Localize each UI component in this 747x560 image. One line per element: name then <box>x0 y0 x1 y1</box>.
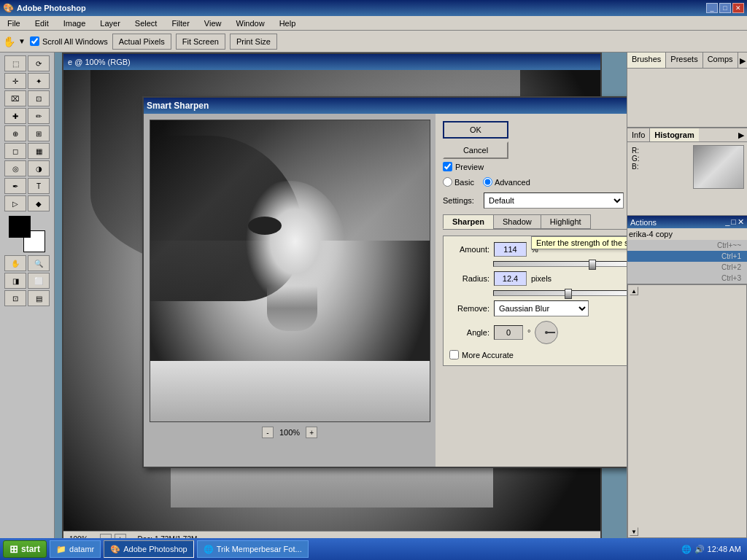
basic-radio[interactable] <box>443 177 452 187</box>
extra-tool-2[interactable]: ▤ <box>28 290 50 306</box>
advanced-radio-option[interactable]: Advanced <box>483 177 530 187</box>
brushes-tab[interactable]: Brushes <box>627 52 666 68</box>
info-histogram-panel: Info Histogram ▶ R:G:B: <box>627 128 747 216</box>
screen-mode-tool[interactable]: ⬜ <box>28 273 50 289</box>
lasso-tool[interactable]: ⟳ <box>28 55 50 71</box>
actual-pixels-button[interactable]: Actual Pixels <box>112 34 171 50</box>
menu-window[interactable]: Window <box>232 18 269 29</box>
radius-input[interactable] <box>494 271 527 286</box>
settings-label: Settings: <box>443 196 479 205</box>
action-item-1[interactable]: Ctrl+1 <box>627 251 747 262</box>
menu-bar: File Edit Image Layer Select Filter View… <box>0 16 747 31</box>
eraser-tool[interactable]: ◻ <box>4 143 26 159</box>
dialog-preview-panel: - 100% + <box>144 114 436 467</box>
highlight-tab[interactable]: Highlight <box>541 214 591 229</box>
marquee-tool[interactable]: ⬚ <box>4 55 26 71</box>
foreground-color-swatch[interactable] <box>9 216 31 238</box>
menu-help[interactable]: Help <box>275 18 301 29</box>
preview-zoom-in[interactable]: + <box>306 427 317 438</box>
brushes-panel-content <box>627 69 747 127</box>
history-brush-tool[interactable]: ⊞ <box>28 125 50 141</box>
gradient-tool[interactable]: ▦ <box>28 143 50 159</box>
slice-tool[interactable]: ⊡ <box>28 90 50 106</box>
more-accurate-checkbox[interactable] <box>449 350 459 359</box>
basic-radio-option[interactable]: Basic <box>443 177 474 187</box>
left-toolbar: ⬚ ⟳ ✛ ✦ ⌧ ⊡ ✚ ✏ ⊕ ⊞ ◻ ▦ ◎ ◑ ✒ T <box>0 52 55 538</box>
radius-unit: pixels <box>531 274 551 283</box>
type-tool[interactable]: T <box>28 178 50 194</box>
window-controls: _ □ ✕ <box>706 3 744 13</box>
preview-checkbox[interactable] <box>443 162 452 171</box>
presets-tab[interactable]: Presets <box>666 52 703 68</box>
tool-row-1: ⬚ ⟳ <box>4 55 50 71</box>
minimize-button[interactable]: _ <box>706 3 718 13</box>
close-button[interactable]: ✕ <box>732 3 744 13</box>
maximize-button[interactable]: □ <box>719 3 731 13</box>
move-tool[interactable]: ✛ <box>4 73 26 89</box>
fit-screen-button[interactable]: Fit Screen <box>176 34 225 50</box>
comps-tab[interactable]: Comps <box>703 52 738 68</box>
taskbar-item-photoshop[interactable]: 🎨 Adobe Photoshop <box>104 540 193 558</box>
info-panel-menu[interactable]: ▶ <box>735 128 747 141</box>
zoom-tool[interactable]: 🔍 <box>28 255 50 271</box>
mini-photo-thumbnail <box>693 145 744 189</box>
radius-row: Radius: pixels <box>449 271 627 286</box>
menu-layer[interactable]: Layer <box>96 18 125 29</box>
menu-image[interactable]: Image <box>59 18 90 29</box>
info-tab[interactable]: Info <box>627 128 650 141</box>
stamp-tool[interactable]: ⊕ <box>4 125 26 141</box>
angle-unit: ° <box>527 328 530 337</box>
sharpen-tab[interactable]: Sharpen <box>443 214 494 229</box>
dodge-tool[interactable]: ◑ <box>28 160 50 176</box>
menu-file[interactable]: File <box>3 18 25 29</box>
menu-edit[interactable]: Edit <box>31 18 53 29</box>
shape-tool[interactable]: ◆ <box>28 195 50 211</box>
shadow-tab[interactable]: Shadow <box>493 214 541 229</box>
taskbar-item-browser[interactable]: 🌐 Trik Memperbesar Fot... <box>197 540 309 558</box>
actions-close-button[interactable]: ✕ <box>738 217 744 227</box>
remove-dropdown[interactable]: Gaussian Blur Lens Blur Motion Blur <box>494 300 589 316</box>
menu-filter[interactable]: Filter <box>167 18 193 29</box>
start-button[interactable]: ⊞ start <box>3 540 47 558</box>
ok-button[interactable]: OK <box>443 121 508 139</box>
scroll-up-button[interactable]: ▲ <box>630 287 638 295</box>
photoshop-icon: 🎨 <box>110 545 120 554</box>
blur-tool[interactable]: ◎ <box>4 160 26 176</box>
amount-slider[interactable] <box>493 261 627 267</box>
magic-wand-tool[interactable]: ✦ <box>28 73 50 89</box>
radius-slider[interactable] <box>493 290 627 296</box>
action-item-3[interactable]: Ctrl+3 <box>627 273 747 284</box>
menu-view[interactable]: View <box>200 18 226 29</box>
hand-tool[interactable]: ✋ <box>4 255 26 271</box>
scroll-down-button[interactable]: ▼ <box>630 527 638 536</box>
amount-input[interactable] <box>494 242 527 257</box>
action-item-0[interactable]: Ctrl+~~ <box>627 240 747 251</box>
crop-tool[interactable]: ⌧ <box>4 90 26 106</box>
taskbar-item-datamr[interactable]: 📁 datamr <box>50 540 101 558</box>
actions-minimize-button[interactable]: _ <box>725 217 729 227</box>
pen-tool[interactable]: ✒ <box>4 178 26 194</box>
advanced-radio[interactable] <box>483 177 492 187</box>
quick-mask-tool[interactable]: ◨ <box>4 273 26 289</box>
actions-panel: Actions _ □ ✕ erika-4 copy Ctrl+~~ Ctrl+… <box>627 216 747 284</box>
print-size-button[interactable]: Print Size <box>230 34 277 50</box>
histogram-tab[interactable]: Histogram <box>650 128 698 141</box>
preview-zoom-out[interactable]: - <box>262 427 274 438</box>
menu-select[interactable]: Select <box>131 18 162 29</box>
panel-menu-button[interactable]: ▶ <box>738 52 748 69</box>
tool-row-4: ✚ ✏ <box>4 108 50 124</box>
tool-row-8: ✒ T <box>4 178 50 194</box>
preview-zoom-label: 100% <box>279 428 300 437</box>
extra-tool-1[interactable]: ⊡ <box>4 290 26 306</box>
healing-brush-tool[interactable]: ✚ <box>4 108 26 124</box>
brush-tool[interactable]: ✏ <box>28 108 50 124</box>
sharpen-tabs: Sharpen Shadow Highlight <box>443 214 627 230</box>
actions-expand-button[interactable]: □ <box>731 217 736 227</box>
scroll-all-checkbox[interactable] <box>30 36 39 46</box>
settings-dropdown[interactable]: Default <box>484 192 624 209</box>
angle-dial[interactable] <box>535 321 558 344</box>
action-item-2[interactable]: Ctrl+2 <box>627 262 747 273</box>
angle-input[interactable] <box>494 325 523 340</box>
path-selection-tool[interactable]: ▷ <box>4 195 26 211</box>
cancel-button[interactable]: Cancel <box>443 141 508 159</box>
